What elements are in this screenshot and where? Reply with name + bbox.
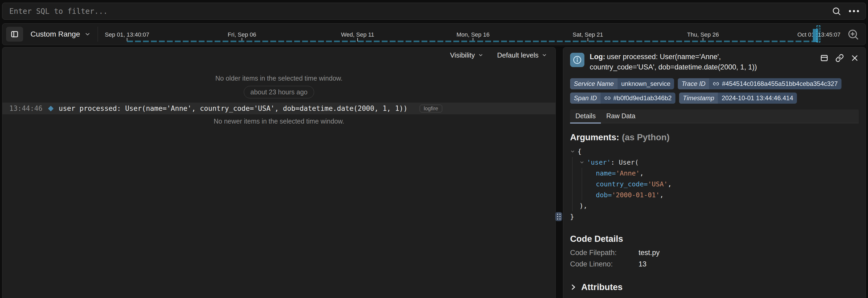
timeline-label: Thu, Sep 26 — [687, 31, 719, 38]
code-details-heading: Code Details — [570, 234, 859, 244]
search-icon[interactable] — [832, 7, 841, 15]
time-range-toolbar: Custom Range Sep 01, 13:40:07 Fri, Sep 0… — [2, 23, 866, 45]
time-ago-badge: about 23 hours ago — [244, 86, 314, 98]
panel-resize-handle[interactable] — [555, 212, 562, 221]
chevron-down-icon — [478, 53, 483, 58]
chevron-down-icon — [84, 31, 91, 37]
code-lineno-value: 13 — [639, 260, 859, 268]
detail-title: Log:user processed: User(name='Anne', co… — [590, 52, 786, 72]
link-icon — [604, 95, 611, 101]
log-detail-panel: Log:user processed: User(name='Anne', co… — [563, 47, 866, 298]
tab-raw-data[interactable]: Raw Data — [601, 109, 641, 123]
chevron-right-icon — [570, 283, 577, 291]
attributes-section-toggle[interactable]: Attributes — [570, 282, 859, 292]
sql-filter-input[interactable] — [2, 3, 866, 20]
time-range-selector[interactable]: Custom Range — [31, 30, 91, 38]
service-name-badge: Service Name unknown_service — [570, 78, 674, 89]
panel-left-icon — [10, 30, 19, 38]
log-level-diamond-icon — [48, 105, 54, 111]
timeline-label: Sep 01, 13:40:07 — [105, 31, 149, 38]
tab-details[interactable]: Details — [570, 109, 601, 123]
no-newer-items-message: No newer items in the selected time wind… — [2, 118, 556, 125]
sidebar-toggle-button[interactable] — [6, 27, 23, 42]
default-levels-dropdown[interactable]: Default levels — [497, 51, 547, 59]
time-range-label: Custom Range — [31, 30, 80, 38]
timeline-histogram-baseline — [127, 40, 818, 42]
no-older-items-message: No older items in the selected time wind… — [2, 74, 556, 82]
code-lineno-label: Code Lineno: — [570, 260, 639, 268]
detail-badges: Service Name unknown_service Trace ID #4… — [570, 78, 859, 104]
code-details-rows: Code Filepath: test.py Code Lineno: 13 — [570, 249, 859, 268]
detail-title-text: user processed: User(name='Anne', countr… — [590, 53, 757, 71]
copy-link-icon[interactable] — [835, 54, 844, 62]
chevron-down-icon — [542, 53, 547, 58]
sql-filter-bar — [2, 3, 866, 20]
detail-title-prefix: Log: — [590, 53, 605, 61]
detail-header: Log:user processed: User(name='Anne', co… — [570, 47, 859, 72]
attributes-heading: Attributes — [581, 282, 623, 292]
span-id-badge[interactable]: Span ID #b0f0d9ed1ab346b2 — [570, 93, 675, 104]
default-levels-label: Default levels — [497, 51, 538, 59]
logs-list-panel: Visibility Default levels No older items… — [2, 47, 556, 298]
collapse-chevron-icon[interactable] — [570, 149, 575, 154]
timeline-label: Mon, Sep 16 — [457, 31, 490, 38]
reader-view-icon[interactable] — [820, 54, 829, 62]
toolbar-divider — [98, 27, 98, 42]
timeline-label: Sat, Sep 21 — [573, 31, 603, 38]
close-icon[interactable] — [851, 54, 859, 62]
link-icon — [713, 80, 719, 87]
arguments-code-tree: { 'user': User( name='Anne', country_cod… — [570, 146, 859, 222]
log-timestamp: 13:44:46 — [9, 104, 42, 112]
timeline[interactable]: Sep 01, 13:40:07 Fri, Sep 06 Wed, Sep 11… — [2, 24, 866, 45]
timeline-label: Fri, Sep 06 — [227, 31, 256, 38]
timestamp-badge: Timestamp 2024-10-01 13:44:46.414 — [679, 93, 797, 104]
log-row[interactable]: 13:44:46 user processed: User(name='Anne… — [2, 103, 556, 114]
list-panel-header: Visibility Default levels — [2, 47, 556, 63]
info-icon — [570, 53, 584, 67]
visibility-label: Visibility — [450, 51, 474, 59]
timeline-selection-window[interactable] — [816, 26, 820, 42]
more-options-icon[interactable] — [849, 10, 859, 12]
logfire-tag: logfire — [420, 105, 442, 112]
detail-tabs: Details Raw Data — [570, 109, 859, 123]
code-filepath-value: test.py — [639, 249, 859, 257]
visibility-dropdown[interactable]: Visibility — [450, 51, 483, 59]
timeline-label: Wed, Sep 11 — [341, 31, 374, 38]
arguments-heading: Arguments:(as Python) — [570, 132, 859, 142]
trace-id-badge[interactable]: Trace ID #454514c0168a455a51bb4ceba354c3… — [678, 78, 841, 89]
collapse-chevron-icon[interactable] — [579, 160, 584, 165]
log-message: user processed: User(name='Anne', countr… — [59, 104, 407, 112]
zoom-in-icon[interactable] — [847, 28, 859, 40]
code-filepath-label: Code Filepath: — [570, 249, 639, 257]
content-area: Visibility Default levels No older items… — [2, 47, 866, 298]
